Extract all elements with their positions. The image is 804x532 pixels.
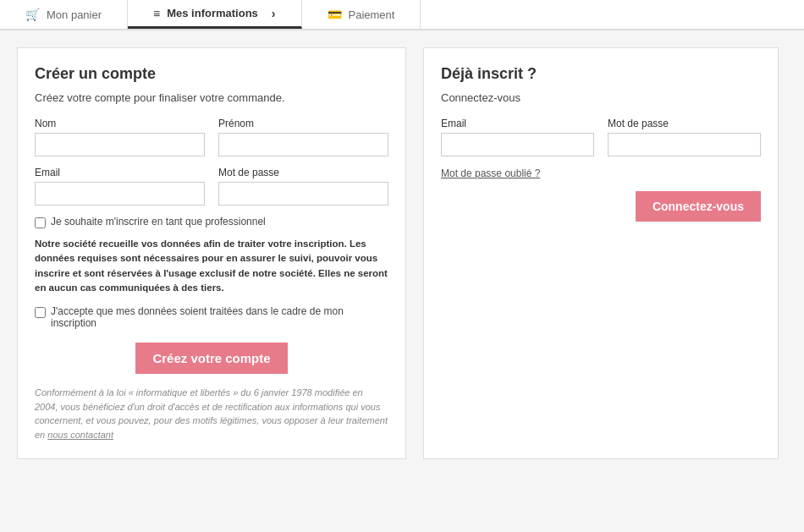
email-input[interactable]	[35, 182, 205, 206]
accept-label: J'accepte que mes données soient traitée…	[51, 305, 388, 329]
create-account-subtitle: Créez votre compte pour finaliser votre …	[35, 91, 388, 104]
prenom-label: Prénom	[218, 118, 388, 129]
nav-item-info[interactable]: ≡ Mes informations ›	[128, 0, 301, 29]
create-account-title: Créer un compte	[35, 65, 388, 83]
cart-icon: 🛒	[25, 8, 40, 21]
legal-text: Conformément à la loi « informatique et …	[35, 386, 388, 442]
nav-item-cart[interactable]: 🛒 Mon panier	[0, 0, 128, 29]
login-email-label: Email	[441, 118, 594, 129]
prenom-input[interactable]	[218, 133, 388, 156]
legal-contact-link[interactable]: nous contactant	[47, 430, 113, 440]
email-password-row: Email Mot de passe	[35, 167, 388, 206]
password-input[interactable]	[218, 182, 388, 206]
login-password-label: Mot de passe	[608, 118, 761, 129]
privacy-text: Notre société recueille vos données afin…	[35, 237, 388, 295]
forgot-password-link[interactable]: Mot de passe oublié ?	[441, 167, 540, 179]
email-group: Email	[35, 167, 205, 206]
create-account-card: Créer un compte Créez votre compte pour …	[17, 47, 406, 459]
create-account-button[interactable]: Créez votre compte	[135, 343, 288, 374]
password-group: Mot de passe	[218, 167, 388, 206]
professional-checkbox[interactable]	[35, 217, 46, 228]
nom-label: Nom	[35, 118, 205, 129]
info-icon: ≡	[153, 7, 160, 20]
password-label: Mot de passe	[218, 167, 388, 178]
login-password-group: Mot de passe	[608, 118, 761, 156]
professional-label: Je souhaite m'inscrire en tant que profe…	[51, 216, 266, 228]
login-actions: Connectez-vous	[441, 191, 761, 222]
nom-input[interactable]	[35, 133, 205, 156]
nav-item-payment[interactable]: 💳 Paiement	[302, 0, 421, 29]
email-label: Email	[35, 167, 205, 178]
nav-cart-label: Mon panier	[47, 8, 102, 21]
name-row: Nom Prénom	[35, 118, 388, 156]
login-email-input[interactable]	[441, 133, 594, 156]
login-fields-row: Email Mot de passe	[441, 118, 761, 156]
login-title: Déjà inscrit ?	[441, 65, 761, 83]
top-navigation: 🛒 Mon panier ≡ Mes informations › 💳 Paie…	[0, 0, 804, 30]
login-subtitle: Connectez-vous	[441, 91, 761, 104]
professional-row: Je souhaite m'inscrire en tant que profe…	[35, 216, 388, 228]
payment-icon: 💳	[328, 8, 342, 21]
main-content: Créer un compte Créez votre compte pour …	[0, 30, 804, 476]
accept-row: J'accepte que mes données soient traitée…	[35, 305, 388, 329]
prenom-group: Prénom	[218, 118, 388, 156]
login-password-input[interactable]	[608, 133, 761, 156]
nav-payment-label: Paiement	[349, 8, 395, 21]
nom-group: Nom	[35, 118, 205, 156]
login-button[interactable]: Connectez-vous	[636, 191, 761, 222]
nav-info-label: Mes informations	[167, 7, 258, 19]
login-email-group: Email	[441, 118, 594, 156]
chevron-right-icon: ›	[272, 7, 276, 20]
login-card: Déjà inscrit ? Connectez-vous Email Mot …	[423, 47, 779, 459]
accept-checkbox[interactable]	[35, 307, 46, 318]
